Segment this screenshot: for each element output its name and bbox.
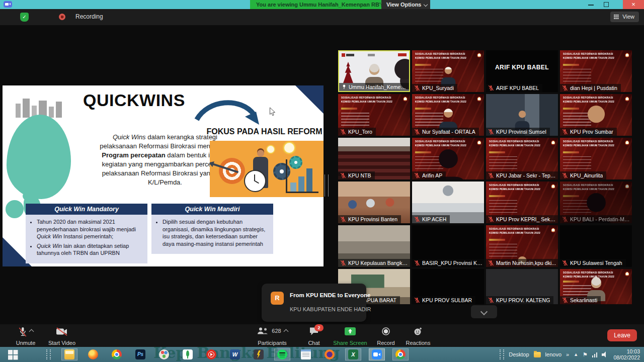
mic-options-caret[interactable] [29,329,34,334]
volume-icon[interactable] [602,351,609,357]
participant-tile[interactable]: SOSIALISASI REFORMASI BIROKRASIKOMISI PE… [560,50,632,92]
close-button[interactable] [623,0,644,9]
taskbar-winamp-icon[interactable] [251,348,267,360]
participant-tile[interactable]: KPU NTB [338,138,410,179]
mic-muted-icon [414,297,420,303]
folder-icon[interactable] [534,352,541,357]
chat-notification-popup[interactable]: R From KPU ENDE to Everyone KPU KABUPATE… [262,284,366,322]
kpu-logo-icon [550,184,556,190]
tile-event-banner: SOSIALISASI REFORMASI BIROKRASIKOMISI PE… [563,140,623,148]
participant-tile[interactable]: SOSIALISASI REFORMASI BIROKRASIKOMISI PE… [486,138,558,179]
participant-tile[interactable]: SOSIALISASI REFORMASI BIROKRASIKOMISI PE… [412,94,484,136]
taskbar-notepad-icon[interactable] [298,348,314,360]
share-screen-button[interactable]: Share Screen [330,326,370,346]
taskbar-zoom-icon[interactable] [369,348,385,360]
participant-name-label: Martin Nurhusin,kpu dki... [486,259,558,267]
mic-muted-icon [414,85,420,91]
participant-tile[interactable]: SOSIALISASI REFORMASI BIROKRASIKOMISI PE… [412,138,484,179]
taskbar-excel-icon[interactable] [345,348,361,360]
tray-expand-icon[interactable]: ▲ [574,352,578,357]
meeting-camera-icon [4,1,12,8]
windows-start-button[interactable] [7,349,19,360]
participant-tile[interactable]: KPU PROV SULBAR [412,269,484,304]
participant-tile[interactable]: SOSIALISASI REFORMASI BIROKRASIKOMISI PE… [412,50,484,92]
taskbar-chrome-icon[interactable] [109,348,125,360]
taskbar-grip[interactable] [46,349,51,359]
participant-name-label: Sekarlinasti [560,296,601,304]
mic-muted-icon [488,85,494,91]
kpu-logo-icon [624,52,630,59]
lenovo-toolbar-label[interactable]: lenovo [545,351,561,357]
participant-tile[interactable]: KPU Provinsi Sumsel [486,94,558,136]
bullet-item: Quick Win lain akan ditetapkan setiap ta… [37,242,143,257]
youtube-music-icon [206,349,216,359]
mouse-cursor [269,107,276,117]
record-button[interactable]: Record [373,326,398,346]
taskbar-file-explorer-icon[interactable] [61,348,77,360]
paint-icon [159,349,169,359]
minimize-button[interactable] [585,0,598,9]
taskbar-chrome-icon[interactable] [392,348,409,360]
participant-tile[interactable]: KPU PROV. KALTENG [486,269,558,304]
participant-tile[interactable]: ARIF KPU BABELARIF KPU BABEL [486,50,558,92]
taskbar-word-icon[interactable] [227,348,243,360]
security-shield-icon[interactable]: ✓ [20,13,29,22]
chat-unread-badge: 2 [314,324,324,331]
participant-name-label: KPU_Toro [338,128,376,136]
unmute-button[interactable]: Unmute [7,326,44,346]
panel-resize-handle[interactable] [325,174,329,197]
view-options-button[interactable]: View Options [381,0,430,9]
windows-flag-icon[interactable]: ⚑ [583,351,588,358]
participant-name-label: KPU Kepulauan Bangka ... [338,259,410,267]
toolbar-overflow-icon[interactable]: » [566,351,569,357]
participant-tile[interactable]: SOSIALISASI REFORMASI BIROKRASIKOMISI PE… [338,94,410,136]
tile-event-banner: SOSIALISASI REFORMASI BIROKRASIKOMISI PE… [489,140,549,148]
participant-tile[interactable]: KPU Provinsi Banten [338,182,410,223]
spotify-icon [277,349,287,359]
taskbar-spotify-icon[interactable] [274,348,290,360]
banner-agenda-lines [341,113,369,127]
participant-name-label: KIP ACEH [412,215,450,223]
taskbar-photoshop-icon[interactable] [132,348,148,360]
participant-tile[interactable]: KPU Sulawesi Tengah [560,225,632,267]
taskbar-brave-icon[interactable] [321,348,338,360]
participant-silhouette [515,111,529,127]
kpu-logo-icon [550,140,556,146]
taskbar-paint-icon[interactable] [156,348,172,360]
participant-tile[interactable]: SOSIALISASI REFORMASI BIROKRASIKOMISI PE… [486,182,558,223]
participant-tile[interactable]: SOSIALISASI REFORMASI BIROKRASIKOMISI PE… [486,225,558,267]
participant-tile[interactable]: SOSIALISASI REFORMASI BIROKRASIKOMISI PE… [560,94,632,136]
chat-button[interactable]: 2 Chat [303,326,325,346]
desktop-toolbar-label[interactable]: Desktop [509,351,529,357]
reactions-button[interactable]: Reactions [403,326,434,346]
view-layout-button[interactable]: View [610,12,639,22]
recording-indicator-icon [59,14,65,20]
participants-button[interactable]: 628 Participants [251,326,294,346]
start-video-button[interactable]: Start Video [44,326,79,346]
clock-graphic [244,170,266,192]
kpu-logo-icon [476,140,482,146]
participant-tile[interactable]: Ummu Hanifah_Kemenp... [338,50,410,92]
participant-tile[interactable]: KIP ACEH [412,182,484,223]
participant-tile[interactable]: SOSIALISASI REFORMASI BIROKRASIKOMISI PE… [560,269,632,304]
taskbar-youtube-music-icon[interactable] [203,348,219,360]
participant-tile[interactable]: SOSIALISASI REFORMASI BIROKRASIKOMISI PE… [560,138,632,179]
participant-tile[interactable]: BASIR_KPU Provinsi Kaltim [412,225,484,267]
network-signal-icon[interactable] [592,352,598,357]
leave-button[interactable]: Leave [607,329,637,341]
participant-silhouette [440,109,457,129]
taskbar-firefox-icon[interactable] [85,348,101,360]
participants-options-caret[interactable] [283,329,288,334]
participant-tile[interactable]: KPU Kepulauan Bangka ... [338,225,410,267]
participant-name-label: KPU Prov Sumbar [560,128,617,136]
banner-date-chip [415,108,431,110]
maximize-button[interactable] [600,0,613,9]
taskbar-coreldraw-icon[interactable] [180,348,196,360]
mic-muted-icon [414,216,420,222]
taskbar-clock[interactable]: 10:03 08/02/2022 [613,348,640,361]
taskbar-grip[interactable] [500,349,504,359]
head-silhouette-graphic [7,115,71,199]
show-more-participants-button[interactable] [471,305,497,318]
participant-tile[interactable]: SOSIALISASI REFORMASI BIROKRASIKOMISI PE… [560,182,632,223]
tile-event-banner: SOSIALISASI REFORMASI BIROKRASIKOMISI PE… [563,97,623,104]
